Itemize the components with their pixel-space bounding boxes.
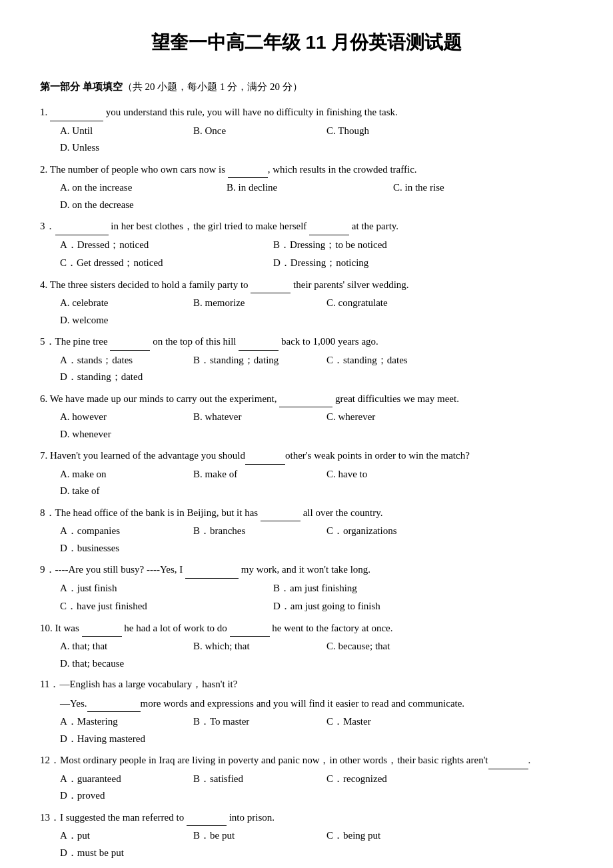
- question-14: 14．Dorothy was always speaking highly of…: [40, 865, 573, 868]
- question-7: 7. Haven't you learned of the advantage …: [40, 447, 573, 500]
- question-4: 4. The three sisters decided to hold a f…: [40, 276, 573, 329]
- question-13: 13．I suggested the man referred to into …: [40, 809, 573, 862]
- question-10: 10. It was he had a lot of work to do he…: [40, 619, 573, 673]
- question-11: 11．—English has a large vocabulary，hasn'…: [40, 676, 573, 747]
- section-header: 第一部分 单项填空（共 20 小题，每小题 1 分，满分 20 分）: [40, 79, 573, 96]
- question-12: 12．Most ordinary people in Iraq are livi…: [40, 751, 573, 805]
- question-2: 2. The number of people who own cars now…: [40, 161, 573, 214]
- question-9: 9．----Are you still busy? ----Yes, I my …: [40, 561, 573, 615]
- question-8: 8．The head office of the bank is in Beij…: [40, 504, 573, 557]
- title: 望奎一中高二年级 11 月份英语测试题: [40, 27, 573, 59]
- question-6: 6. We have made up our minds to carry ou…: [40, 390, 573, 443]
- question-1: 1. you understand this rule, you will ha…: [40, 103, 573, 157]
- question-3: 3． in her best clothes，the girl tried to…: [40, 217, 573, 272]
- question-5: 5．The pine tree on the top of this hill …: [40, 333, 573, 386]
